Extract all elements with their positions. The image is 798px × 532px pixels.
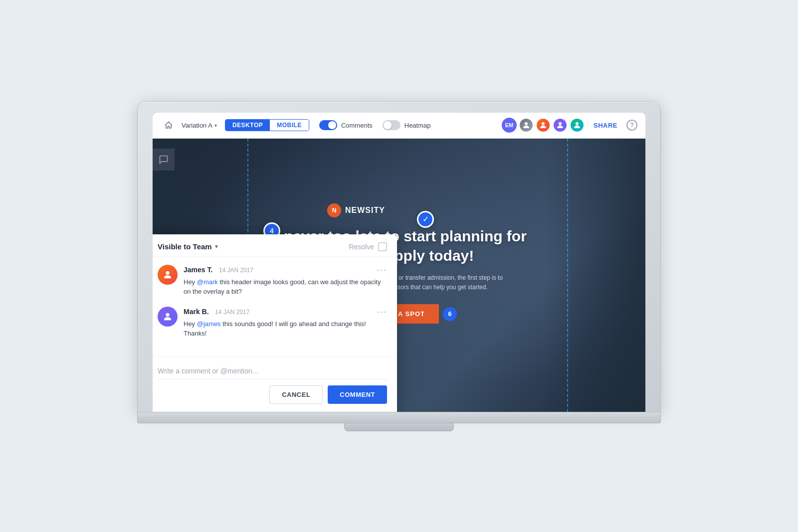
mark-comment-body: Mark B. 14 JAN 2017 ··· Hey @james this …: [184, 307, 387, 339]
share-button[interactable]: SHARE: [590, 122, 621, 129]
svg-point-4: [166, 271, 169, 274]
cta-badge: 6: [443, 307, 457, 321]
comment-actions: CANCEL COMMENT: [158, 385, 387, 404]
screen-bezel: Variation A ▾ DESKTOP MOBILE Comments: [137, 101, 661, 412]
comment-input[interactable]: [158, 363, 387, 379]
resolve-checkbox[interactable]: [378, 242, 387, 251]
james-date: 14 JAN 2017: [219, 267, 253, 274]
newsity-logo: N NEWSITY: [327, 203, 385, 217]
comments-label: Comments: [341, 122, 373, 129]
variation-selector[interactable]: Variation A ▾: [182, 122, 217, 129]
mark-avatar: [158, 307, 178, 327]
james-comment-text: Hey @mark this header image looks good, …: [184, 277, 387, 297]
heatmap-toggle[interactable]: [383, 120, 400, 130]
logo-icon: N: [327, 203, 341, 217]
help-icon[interactable]: ?: [626, 120, 637, 131]
toolbar: Variation A ▾ DESKTOP MOBILE Comments: [153, 113, 645, 139]
laptop-shell: Variation A ▾ DESKTOP MOBILE Comments: [137, 101, 661, 431]
laptop-stand: [344, 423, 454, 431]
svg-point-2: [559, 122, 562, 125]
svg-point-1: [542, 122, 545, 125]
james-author: James T.: [184, 266, 212, 274]
avatar-4[interactable]: [570, 118, 585, 133]
mark-comment-meta: Mark B. 14 JAN 2017 ···: [184, 307, 387, 317]
mark-more-button[interactable]: ···: [377, 307, 387, 317]
em-avatar[interactable]: EM: [502, 118, 517, 133]
svg-point-3: [576, 122, 579, 125]
heatmap-label: Heatmap: [404, 122, 431, 129]
visible-dropdown-arrow: ▾: [215, 243, 218, 250]
device-tabs: DESKTOP MOBILE: [225, 119, 309, 131]
svg-point-5: [166, 313, 169, 316]
guide-line-right: [567, 139, 568, 412]
comments-list: James T. 14 JAN 2017 ··· Hey @mark this …: [153, 257, 397, 356]
avatar-3[interactable]: [553, 118, 568, 133]
screen-inner: Variation A ▾ DESKTOP MOBILE Comments: [153, 113, 645, 412]
comment-item: Mark B. 14 JAN 2017 ··· Hey @james this …: [158, 307, 387, 339]
avatar-1[interactable]: [519, 118, 534, 133]
home-icon[interactable]: [161, 117, 177, 133]
comment-panel: Visible to Team ▾ Resolve: [153, 234, 397, 412]
check-marker[interactable]: ✓: [417, 211, 434, 228]
screen-content: s never too late to start planning for c…: [153, 139, 645, 412]
mark-meta-left: Mark B. 14 JAN 2017: [184, 307, 249, 316]
resolve-label: Resolve: [349, 243, 374, 251]
comments-toggle-group: Comments: [319, 120, 373, 130]
cancel-button[interactable]: CANCEL: [269, 385, 323, 404]
james-more-button[interactable]: ···: [377, 265, 387, 275]
heatmap-toggle-group: Heatmap: [383, 120, 431, 130]
mark-mention: @james: [197, 320, 221, 328]
avatar-2[interactable]: [536, 118, 551, 133]
comment-panel-header: Visible to Team ▾ Resolve: [153, 234, 397, 257]
visible-to-team-label: Visible to Team: [158, 242, 212, 251]
comment-button[interactable]: COMMENT: [328, 385, 387, 404]
james-mention: @mark: [197, 278, 218, 286]
comment-bubble-area: [153, 149, 175, 171]
people-right: [546, 139, 645, 412]
desktop-tab[interactable]: DESKTOP: [225, 120, 270, 131]
resolve-group: Resolve: [349, 242, 387, 251]
james-comment-meta: James T. 14 JAN 2017 ···: [184, 265, 387, 275]
laptop-base: [137, 412, 661, 423]
visible-to-team-selector[interactable]: Visible to Team ▾: [158, 242, 218, 251]
mark-comment-text: Hey @james this sounds good! I will go a…: [184, 319, 387, 339]
check-circle-icon: ✓: [417, 211, 434, 228]
variation-dropdown-arrow: ▾: [214, 123, 217, 128]
james-meta-left: James T. 14 JAN 2017: [184, 265, 253, 274]
variation-label: Variation A: [182, 122, 212, 129]
logo-text: NEWSITY: [345, 206, 385, 215]
mark-author: Mark B.: [184, 308, 209, 316]
svg-point-0: [525, 122, 528, 125]
mobile-tab[interactable]: MOBILE: [270, 120, 309, 131]
comment-bubble-button[interactable]: [153, 149, 175, 171]
toolbar-avatars: EM: [502, 118, 585, 133]
comment-item: James T. 14 JAN 2017 ··· Hey @mark this …: [158, 265, 387, 297]
comments-toggle[interactable]: [319, 120, 337, 130]
mark-date: 14 JAN 2017: [215, 309, 249, 316]
comment-input-area: CANCEL COMMENT: [153, 356, 397, 412]
james-avatar: [158, 265, 178, 285]
james-comment-body: James T. 14 JAN 2017 ··· Hey @mark this …: [184, 265, 387, 297]
